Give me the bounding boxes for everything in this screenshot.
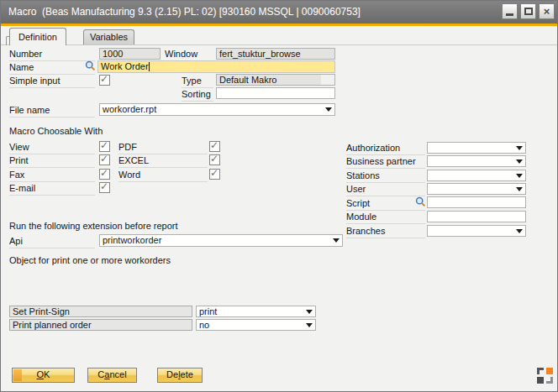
check-icon: ✓ (100, 154, 108, 165)
check-icon: ✓ (100, 140, 108, 151)
check-icon: ✓ (210, 154, 218, 165)
type-field-cap (321, 75, 334, 85)
business-partner-dropdown[interactable] (427, 155, 526, 167)
minimize-button[interactable] (502, 3, 518, 19)
type-field: Default Makro (216, 74, 335, 86)
set-print-sign-value: print (199, 306, 217, 316)
authorization-label: Authorization (346, 143, 425, 155)
check-icon: ✓ (100, 181, 108, 192)
delete-label-pre: De (166, 369, 178, 379)
maximize-button[interactable] (520, 3, 536, 19)
tab-strip-divider (1, 44, 557, 45)
set-print-sign-label: Set Print-Sign (9, 306, 192, 317)
chevron-down-icon (516, 159, 523, 164)
chevron-down-icon (516, 174, 523, 178)
close-icon: × (544, 6, 550, 17)
module-field[interactable] (427, 211, 526, 222)
stations-label: Stations (346, 170, 425, 183)
file-name-label: File name (9, 105, 95, 118)
default-button-accent (13, 369, 22, 381)
chevron-down-icon (306, 323, 313, 327)
api-label: Api (9, 236, 95, 248)
window-label: Window (165, 49, 213, 61)
chevron-down-icon (516, 187, 523, 191)
title-bar[interactable]: Macro (Beas Manufacturing 9.3 (2.15) PL:… (1, 1, 557, 24)
chevron-down-icon (306, 310, 313, 314)
macro-dialog-window: Macro (Beas Manufacturing 9.3 (2.15) PL:… (0, 0, 558, 392)
logo-corner-top-left (537, 368, 544, 374)
branches-label: Branches (346, 226, 425, 238)
check-icon: ✓ (100, 168, 108, 179)
word-label: Word (118, 170, 208, 182)
fax-label: Fax (9, 170, 95, 182)
minimize-icon (506, 13, 513, 16)
chevron-down-icon (333, 238, 340, 243)
ok-button[interactable]: OK (12, 368, 75, 383)
sorting-label: Sorting (182, 89, 213, 102)
simple-input-checkbox[interactable]: ✓ (99, 75, 110, 86)
delete-label-post: ete (181, 369, 193, 379)
cancel-button[interactable]: Cancel (87, 368, 137, 383)
check-icon: ✓ (210, 168, 218, 179)
logo-corner-bottom-right (546, 377, 553, 384)
user-dropdown[interactable] (427, 183, 526, 195)
window-field: fert_stuktur_browse (216, 48, 335, 60)
business-partner-label: Business partner (346, 156, 425, 169)
choosable-heading: Macro Choosable With (9, 126, 144, 138)
number-field: 1000 (99, 48, 161, 60)
logo-square-gray (537, 377, 544, 384)
delete-button[interactable]: Delete (157, 368, 203, 383)
print-label: Print (9, 155, 95, 168)
script-label: Script (346, 198, 425, 211)
tab-variables[interactable]: Variables (83, 29, 134, 44)
authorization-dropdown[interactable] (427, 142, 526, 154)
module-label: Module (346, 212, 425, 224)
excel-label: EXCEL (118, 155, 208, 168)
type-label: Type (182, 76, 213, 88)
window-controls: × (502, 3, 555, 19)
print-checkbox[interactable]: ✓ (99, 154, 110, 165)
simple-input-label: Simple input (9, 76, 95, 88)
chevron-down-icon (516, 146, 523, 150)
number-label: Number (9, 49, 95, 61)
extension-heading: Run the following extension before repor… (9, 221, 253, 233)
file-name-value: workorder.rpt (103, 104, 156, 114)
ok-label-mnemonic: O (37, 369, 45, 379)
check-icon: ✓ (210, 140, 218, 151)
print-planned-order-value: no (199, 320, 209, 330)
name-value: Work Order (101, 61, 149, 71)
file-name-dropdown[interactable]: workorder.rpt (99, 103, 335, 116)
name-lookup-magnifier-icon[interactable] (85, 60, 96, 71)
branches-dropdown[interactable] (427, 225, 526, 237)
text-caret (149, 62, 150, 71)
pdf-label: PDF (118, 142, 208, 154)
beas-logo-icon (537, 368, 553, 384)
email-checkbox[interactable]: ✓ (99, 182, 110, 193)
cancel-label-post: ncel (109, 369, 126, 379)
script-lookup-magnifier-icon[interactable] (415, 196, 426, 207)
tab-definition[interactable]: Definition (9, 28, 66, 45)
print-planned-order-label: Print planned order (9, 319, 192, 331)
sorting-field[interactable] (216, 87, 335, 99)
word-checkbox[interactable]: ✓ (209, 169, 220, 180)
maximize-icon (524, 8, 533, 15)
print-planned-order-dropdown[interactable]: no (196, 319, 316, 331)
view-checkbox[interactable]: ✓ (99, 141, 110, 152)
stations-dropdown[interactable] (427, 170, 526, 181)
pdf-checkbox[interactable]: ✓ (209, 141, 220, 152)
email-label: E-mail (9, 183, 95, 196)
chevron-down-icon (325, 107, 332, 112)
type-value: Default Makro (219, 75, 276, 85)
set-print-sign-dropdown[interactable]: print (196, 306, 316, 317)
api-dropdown[interactable]: printworkorder (99, 234, 343, 247)
api-value: printworkorder (103, 235, 161, 245)
close-button[interactable]: × (539, 3, 555, 19)
fax-checkbox[interactable]: ✓ (99, 169, 110, 180)
name-field[interactable]: Work Order (97, 60, 335, 73)
accent-line (1, 24, 557, 26)
user-label: User (346, 184, 425, 196)
api-description: Object for print one or more workorders (9, 255, 278, 267)
excel-checkbox[interactable]: ✓ (209, 154, 220, 165)
script-field[interactable] (427, 196, 526, 208)
logo-square-orange (546, 368, 553, 374)
